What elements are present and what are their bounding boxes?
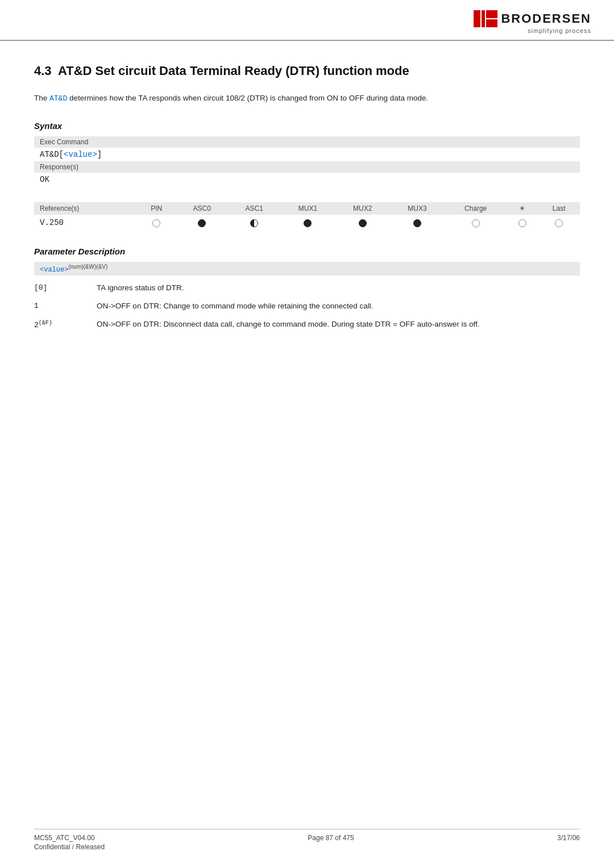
param-section: Parameter Description <value>(num)(&W)(&… (34, 247, 580, 331)
syntax-table: Exec Command AT&D[<value>] Response(s) O… (34, 136, 580, 186)
col-last: Last (538, 202, 580, 215)
param-desc-2: ON->OFF on DTR: Disconnect data call, ch… (97, 319, 580, 331)
syntax-title: Syntax (34, 121, 580, 131)
ref-value: V.250 (34, 215, 137, 231)
param-desc-1: ON->OFF on DTR: Change to command mode w… (97, 301, 580, 312)
circle-empty-pin (152, 219, 160, 227)
param-val-2: 2(&F) (34, 319, 97, 331)
circle-empty-charge (472, 219, 480, 227)
content-area: 4.3 AT&D Set circuit Data Terminal Ready… (0, 41, 614, 365)
footer-confidential: Confidential / Released (34, 843, 105, 851)
svg-rect-1 (482, 10, 485, 27)
page-header: BRODERSEN simplifying process (0, 0, 614, 41)
response-label: Response(s) (34, 161, 580, 173)
circle-filled-mux2 (359, 219, 367, 227)
svg-rect-3 (486, 19, 497, 27)
footer-center: Page 87 of 475 (308, 834, 354, 851)
svg-rect-2 (486, 10, 497, 18)
param-title: Parameter Description (34, 247, 580, 256)
param-val-0: [0] (34, 282, 97, 294)
page-footer: MC55_ATC_V04.00 Confidential / Released … (34, 829, 580, 851)
circle-filled-mux3 (413, 219, 421, 227)
circle-filled-mux1 (304, 219, 312, 227)
response-value: OK (34, 173, 580, 186)
col-asc1: ASC1 (228, 202, 280, 215)
section-heading: 4.3 AT&D Set circuit Data Terminal Ready… (34, 64, 580, 78)
param-entry-2: 2(&F) ON->OFF on DTR: Disconnect data ca… (34, 319, 580, 331)
ind-mux1 (280, 215, 335, 231)
code-atd-ref: AT&D (49, 94, 67, 103)
param-entries: [0] TA ignores status of DTR. 1 ON->OFF … (34, 282, 580, 331)
footer-page: Page 87 of 475 (308, 834, 354, 842)
col-symbol: ☀ (507, 202, 538, 215)
intro-paragraph: The AT&D determines how the TA responds … (34, 92, 580, 105)
param-entry-0: [0] TA ignores status of DTR. (34, 282, 580, 294)
exec-command-value: AT&D[<value>] (34, 148, 580, 161)
param-val-2-sup: (&F) (39, 320, 52, 326)
exec-command-label: Exec Command (34, 136, 580, 148)
col-mux2: MUX2 (335, 202, 390, 215)
footer-doc-id: MC55_ATC_V04.00 (34, 834, 105, 842)
svg-rect-0 (474, 10, 480, 27)
param-val-1: 1 (34, 301, 97, 312)
col-mux3: MUX3 (390, 202, 445, 215)
col-mux1: MUX1 (280, 202, 335, 215)
param-entry-1: 1 ON->OFF on DTR: Change to command mode… (34, 301, 580, 312)
ind-last (538, 215, 580, 231)
ind-asc0 (176, 215, 228, 231)
param-code-value: <value> (40, 266, 68, 274)
col-pin: PIN (137, 202, 176, 215)
circle-filled-asc0 (198, 219, 206, 227)
ind-asc1 (228, 215, 280, 231)
page-container: BRODERSEN simplifying process 4.3 AT&D S… (0, 0, 614, 868)
logo-tagline: simplifying process (528, 27, 591, 34)
logo-text: BRODERSEN (501, 11, 591, 26)
param-header-cell: <value>(num)(&W)(&V) (34, 262, 580, 276)
param-desc-0: TA ignores status of DTR. (97, 282, 580, 294)
ind-pin (137, 215, 176, 231)
param-header-table: <value>(num)(&W)(&V) (34, 262, 580, 276)
ind-charge (445, 215, 507, 231)
col-asc0: ASC0 (176, 202, 228, 215)
circle-empty-last (555, 219, 563, 227)
ind-symbol (507, 215, 538, 231)
circle-half-asc1 (250, 219, 258, 227)
reference-table: Reference(s) PIN ASC0 ASC1 MUX1 MUX2 MUX… (34, 202, 580, 231)
col-charge: Charge (445, 202, 507, 215)
footer-right: 3/17/06 (557, 834, 580, 851)
logo-area: BRODERSEN simplifying process (474, 10, 591, 34)
ref-label: Reference(s) (34, 202, 137, 215)
ind-mux3 (390, 215, 445, 231)
logo-icon (474, 10, 497, 27)
footer-left: MC55_ATC_V04.00 Confidential / Released (34, 834, 105, 851)
footer-date: 3/17/06 (557, 834, 580, 842)
circle-empty-symbol (518, 219, 526, 227)
param-superscript: (num)(&W)(&V) (68, 264, 107, 270)
ind-mux2 (335, 215, 390, 231)
